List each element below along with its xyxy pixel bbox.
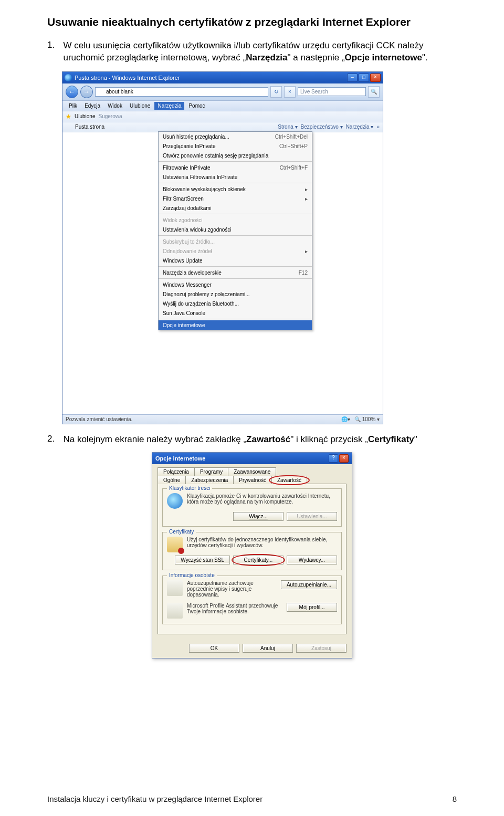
menu-item[interactable]: Przeglądanie InPrivateCtrl+Shift+P <box>159 141 312 151</box>
cmd-strona[interactable]: Strona ▾ <box>278 124 297 130</box>
menu-narzedzia[interactable]: Narzędzia <box>154 102 184 110</box>
forward-button[interactable]: → <box>80 86 93 98</box>
profile-icon <box>167 603 183 619</box>
internet-options-dialog: Opcje internetowe ? × Połączenia Program… <box>152 452 352 658</box>
dialog-title: Opcje internetowe <box>155 455 328 462</box>
page-footer: Instalacja kluczy i certyfikatu w przegl… <box>47 794 457 803</box>
tab-blank[interactable]: Pusta strona <box>75 124 104 130</box>
menu-item[interactable]: Diagnozuj problemy z połączeniami... <box>159 289 312 299</box>
wlacz-button[interactable]: Włącz... <box>233 512 284 521</box>
menu-plik[interactable]: Plik <box>66 102 80 110</box>
maximize-button[interactable]: □ <box>359 74 369 82</box>
menu-item[interactable]: Otwórz ponownie ostatnią sesję przegląda… <box>159 151 312 160</box>
browser-viewport <box>62 330 383 414</box>
tab-zawartosc[interactable]: Zawartość <box>271 476 307 484</box>
group-text: Microsoft Profile Assistant przechowuje … <box>187 603 282 614</box>
tab-zaawansowane[interactable]: Zaawansowane <box>228 467 276 476</box>
menu-item[interactable]: Zarządzaj dodatkami <box>159 203 312 213</box>
ok-button[interactable]: OK <box>189 644 239 653</box>
ustawienia-button: Ustawienia... <box>287 512 337 521</box>
menu-opcje-internetowe[interactable]: Opcje internetowe <box>159 320 312 330</box>
dialog-titlebar: Opcje internetowe ? × <box>152 453 352 464</box>
step1-text: W celu usunięcia certyfikatów użytkownik… <box>63 40 441 64</box>
favorites-button[interactable]: Ulubione <box>75 113 95 119</box>
group-legend: Informacje osobiste <box>167 572 217 578</box>
refresh-button[interactable]: ↻ <box>270 86 282 98</box>
menu-item: Odnajdowanie źródeł <box>159 246 312 256</box>
ie-title: Pusta strona - Windows Internet Explorer <box>75 75 347 81</box>
address-bar-row: ← → about:blank ↻ × Live Search 🔍 <box>62 83 383 101</box>
search-box[interactable]: Live Search <box>298 87 366 96</box>
autouzupelnianie-button[interactable]: Autouzupełnianie... <box>281 580 337 589</box>
group-klasyfikator: Klasyfikator treści Klasyfikacja pomoże … <box>162 488 342 527</box>
back-button[interactable]: ← <box>66 86 78 98</box>
search-placeholder: Live Search <box>300 89 328 95</box>
menu-widok[interactable]: Widok <box>104 102 125 110</box>
anuluj-button[interactable]: Anuluj <box>243 644 293 653</box>
tools-menu: Usuń historię przeglądania...Ctrl+Shift+… <box>158 131 312 330</box>
chevron-icon[interactable]: » <box>376 124 380 130</box>
menu-item[interactable]: Ustawienia Filtrowania InPrivate <box>159 172 312 182</box>
suggested-sites[interactable]: Sugerowa <box>98 113 122 119</box>
wydawcy-button[interactable]: Wydawcy... <box>287 556 337 564</box>
zoom-label[interactable]: 🔍 100% ▾ <box>354 416 380 422</box>
group-text: Użyj certyfikatów do jednoznacznego iden… <box>187 537 337 548</box>
menu-ulubione[interactable]: Ulubione <box>127 102 153 110</box>
menu-item[interactable]: Wyślij do urządzenia Bluetooth... <box>159 299 312 308</box>
group-legend: Certyfikaty <box>167 529 196 535</box>
tab-icon <box>66 124 72 130</box>
zone-icon: 🌐▾ <box>341 416 350 422</box>
tab-prywatnosc[interactable]: Prywatność <box>233 476 272 484</box>
wyczysc-ssl-button[interactable]: Wyczyść stan SSL <box>175 556 230 564</box>
moj-profil-button[interactable]: Mój profil... <box>287 603 337 612</box>
tab-programy[interactable]: Programy <box>194 467 228 476</box>
zastosuj-button: Zastosuj <box>296 644 346 653</box>
menu-item[interactable]: Windows Update <box>159 256 312 265</box>
group-legend: Klasyfikator treści <box>167 485 212 491</box>
menu-item[interactable]: Ustawienia widoku zgodności <box>159 225 312 234</box>
menu-pomoc[interactable]: Pomoc <box>185 102 208 110</box>
cmd-bezp[interactable]: Bezpieczeństwo ▾ <box>301 124 343 130</box>
minimize-button[interactable]: – <box>347 74 358 82</box>
close-button[interactable]: × <box>339 454 349 463</box>
address-text: about:blank <box>106 89 133 95</box>
menu-item[interactable]: Windows Messenger <box>159 280 312 289</box>
search-button[interactable]: 🔍 <box>368 86 380 98</box>
ie-icon <box>65 74 72 81</box>
globe-icon <box>167 493 183 509</box>
menu-item[interactable]: Blokowanie wyskakujących okienek <box>159 184 312 194</box>
tab-panel-zawartosc: Klasyfikator treści Klasyfikacja pomoże … <box>158 484 346 634</box>
step2-text: Na kolejnym ekranie należy wybrać zakład… <box>63 434 441 446</box>
tab-polaczenia[interactable]: Połączenia <box>158 467 195 476</box>
status-bar: Pozwala zmienić ustawienia. 🌐▾ 🔍 100% ▾ <box>62 414 383 424</box>
group-text: Klasyfikacja pomoże Ci w kontrolowaniu z… <box>187 493 337 505</box>
menu-item[interactable]: Filtrowanie InPrivateCtrl+Shift+F <box>159 163 312 172</box>
menu-item[interactable]: Narzędzia deweloperskieF12 <box>159 268 312 277</box>
favorites-bar: ★ Ulubione Sugerowa <box>62 111 383 122</box>
certyfikaty-button[interactable]: Certyfikaty... <box>233 556 284 564</box>
certificate-icon <box>167 537 183 552</box>
group-informacje: Informacje osobiste Autouzupełnianie zac… <box>162 576 342 624</box>
menu-item: Widok zgodności <box>159 215 312 225</box>
menu-item[interactable]: Filtr SmartScreen <box>159 194 312 203</box>
menu-item[interactable]: Sun Java Console <box>159 308 312 318</box>
group-certyfikaty: Certyfikaty Użyj certyfikatów do jednozn… <box>162 532 342 570</box>
tab-zabezpieczenia[interactable]: Zabezpieczenia <box>185 476 234 484</box>
menu-item[interactable]: Usuń historię przeglądania...Ctrl+Shift+… <box>159 132 312 141</box>
form-icon <box>167 580 183 596</box>
help-button[interactable]: ? <box>329 454 338 463</box>
stop-button[interactable]: × <box>284 86 296 98</box>
page-heading: Usuwanie nieaktualnych certyfikatów z pr… <box>47 16 457 28</box>
ie-titlebar: Pusta strona - Windows Internet Explorer… <box>62 72 383 83</box>
status-text: Pozwala zmienić ustawienia. <box>66 416 132 422</box>
tab-ogolne[interactable]: Ogólne <box>158 476 186 484</box>
menu-edycja[interactable]: Edycja <box>81 102 103 110</box>
page-number: 8 <box>453 794 457 803</box>
address-bar[interactable]: about:blank <box>95 87 268 97</box>
menu-bar: Plik Edycja Widok Ulubione Narzędzia Pom… <box>62 101 383 111</box>
close-button[interactable]: × <box>370 74 381 82</box>
cmd-narz[interactable]: Narzędzia ▾ <box>346 124 374 130</box>
group-text: Autouzupełnianie zachowuje poprzednie wp… <box>187 580 277 598</box>
dialog-footer: OK Anuluj Zastosuj <box>152 640 352 658</box>
step2-number: 2. <box>47 434 61 444</box>
